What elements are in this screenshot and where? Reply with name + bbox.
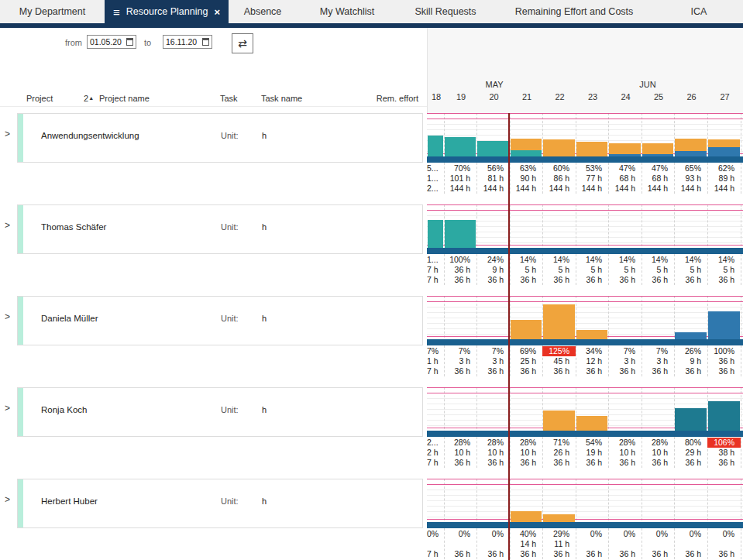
utilization-bar[interactable] xyxy=(642,143,673,156)
capacity-cell: 36 h xyxy=(707,366,741,376)
capacity-cell: 144 h xyxy=(542,184,576,194)
utilization-bar[interactable] xyxy=(708,311,740,339)
utilization-bar[interactable] xyxy=(708,139,740,156)
row-accent-strip xyxy=(18,205,23,253)
utilization-bar[interactable] xyxy=(708,401,740,431)
tab-resource-planning[interactable]: ≡Resource Planning× xyxy=(105,0,229,23)
tab-skill-requests[interactable]: Skill Requests xyxy=(397,0,494,23)
utilization-bar[interactable] xyxy=(543,411,575,431)
tab-my-department[interactable]: My Department xyxy=(0,0,105,23)
utilization-bar[interactable] xyxy=(428,136,443,156)
capacity-cell: 36 h xyxy=(476,366,510,376)
hours-cell: 9 h xyxy=(674,356,707,366)
expand-chevron[interactable]: > xyxy=(5,129,10,139)
col-header-project[interactable]: Project xyxy=(26,94,53,103)
hours-cell: 5 h xyxy=(707,265,741,275)
utilization-bar[interactable] xyxy=(511,139,542,156)
tab-my-watchlist[interactable]: My Watchlist xyxy=(297,0,397,23)
bar-segment-orange xyxy=(543,139,575,156)
percent-row: 0%0%0%40%29%0%0%0%0%0% xyxy=(427,529,743,539)
hours-row: 2 h10 h10 h10 h26 h19 h10 h10 h29 h38 h xyxy=(427,448,743,458)
grid-column-separator xyxy=(741,296,741,345)
utilization-values: 0%0%0%40%29%0%0%0%0%0%14 h11 h7 h36 h36 … xyxy=(427,528,743,559)
percent-cell: 7% xyxy=(608,346,642,356)
expand-chevron[interactable]: > xyxy=(5,311,10,322)
expand-chevron[interactable]: > xyxy=(5,494,10,505)
hours-cell: 12 h xyxy=(576,356,608,366)
percent-cell: 14% xyxy=(608,255,642,265)
expand-chevron[interactable]: > xyxy=(5,220,10,231)
utilization-values: 1...100%24%14%14%14%14%14%14%14%7 h36 h9… xyxy=(427,254,743,285)
col-header-project-name[interactable]: Project name xyxy=(99,94,150,103)
col-header-task[interactable]: Task xyxy=(220,94,238,103)
percent-row: 7%7%7%69%125%34%7%7%26%100% xyxy=(427,346,743,356)
tab-ica[interactable]: ICA xyxy=(655,0,743,23)
capacity-baseline-bar xyxy=(427,431,743,437)
close-tab-icon[interactable]: × xyxy=(214,7,220,17)
capacity-row: 2...144 h144 h144 h144 h144 h144 h144 h1… xyxy=(427,184,743,194)
capacity-cell: 36 h xyxy=(542,275,576,285)
hours-cell: 11 h xyxy=(542,539,576,549)
utilization-bar[interactable] xyxy=(576,142,607,156)
utilization-bar[interactable] xyxy=(675,139,707,156)
utilization-bar[interactable] xyxy=(445,137,476,156)
week-header: 18 xyxy=(428,92,445,104)
resource-row[interactable]: AnwendungsentwicklungUnit:h xyxy=(17,113,423,163)
capacity-cell: 36 h xyxy=(476,275,510,285)
tab-absence[interactable]: Absence xyxy=(229,0,297,23)
calendar-icon[interactable] xyxy=(202,38,209,46)
capacity-baseline-bar xyxy=(427,339,743,345)
capacity-cell: 36 h xyxy=(510,458,542,468)
sort-indicator[interactable]: 2▲ xyxy=(84,94,94,103)
resource-row[interactable]: Herbert HuberUnit:h xyxy=(17,479,423,528)
utilization-bar[interactable] xyxy=(445,220,476,248)
tab-label: Skill Requests xyxy=(414,6,476,17)
hours-cell: 2 h xyxy=(427,448,444,458)
capacity-line xyxy=(427,479,743,479)
expand-chevron[interactable]: > xyxy=(5,403,10,414)
resource-row[interactable]: Thomas SchäferUnit:h xyxy=(17,204,423,254)
utilization-bar[interactable] xyxy=(576,330,607,339)
percent-cell: 14% xyxy=(707,255,741,265)
capacity-cell: 36 h xyxy=(444,549,476,559)
grid-column-separator xyxy=(741,387,741,437)
bar-segment-blue xyxy=(609,154,641,156)
bar-segment-teal xyxy=(511,150,542,156)
capacity-cell: 144 h xyxy=(642,184,674,194)
hours-cell: 9 h xyxy=(476,265,510,275)
utilization-bar[interactable] xyxy=(428,220,443,248)
hours-cell: 68 h xyxy=(642,173,674,184)
hours-cell xyxy=(576,539,608,549)
col-header-rem-effort[interactable]: Rem. effort xyxy=(364,94,418,103)
refresh-button[interactable]: ⇄ xyxy=(232,33,253,53)
calendar-icon[interactable] xyxy=(126,38,133,46)
bar-segment-orange xyxy=(543,411,575,431)
week-header: 19 xyxy=(445,92,477,104)
bar-segment-orange xyxy=(576,330,607,339)
capacity-line xyxy=(427,113,743,114)
utilization-bar[interactable] xyxy=(675,408,707,431)
to-date-input[interactable]: 16.11.20 xyxy=(163,35,212,49)
utilization-bar[interactable] xyxy=(477,141,509,156)
current-date-line xyxy=(508,113,510,560)
utilization-bar[interactable] xyxy=(576,416,607,431)
tab-remaining-effort-and-costs[interactable]: Remaining Effort and Costs xyxy=(494,0,655,23)
utilization-bar[interactable] xyxy=(543,514,575,522)
resource-row[interactable]: Daniela MüllerUnit:h xyxy=(17,296,423,345)
hours-cell xyxy=(476,539,510,549)
percent-cell: 34% xyxy=(576,346,608,356)
utilization-chart xyxy=(427,479,743,528)
hours-cell: 10 h xyxy=(642,448,674,458)
from-date-input[interactable]: 01.05.20 xyxy=(87,35,136,49)
percent-cell: 24% xyxy=(476,255,510,265)
utilization-bar[interactable] xyxy=(543,304,575,339)
utilization-bar[interactable] xyxy=(511,511,542,522)
col-header-task-name[interactable]: Task name xyxy=(261,94,302,103)
utilization-bar[interactable] xyxy=(543,139,575,156)
utilization-bar[interactable] xyxy=(609,143,641,156)
capacity-baseline-bar xyxy=(427,248,743,254)
capacity-line xyxy=(427,519,743,520)
utilization-bar[interactable] xyxy=(675,332,707,339)
resource-row[interactable]: Ronja KochUnit:h xyxy=(17,387,423,437)
utilization-bar[interactable] xyxy=(511,320,542,339)
